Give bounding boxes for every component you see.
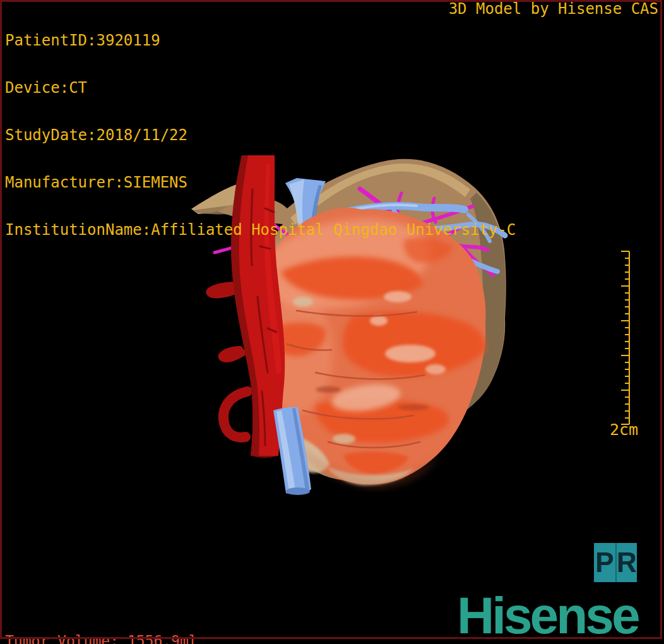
study-date-line: StudyDate:2018/11/22 — [5, 128, 516, 143]
hisense-logo: Hisense — [457, 590, 638, 641]
institution-line: InstitutionName:Affiliated Hospital Qing… — [5, 222, 516, 238]
device-line: Device:CT — [5, 80, 516, 96]
manufacturer-line: Manufacturer:SIEMENS — [5, 175, 516, 191]
patient-id-line: PatientID:3920119 — [5, 33, 516, 49]
scene-title: 3D Model by Hisense CAS — [449, 1, 658, 17]
orientation-marker[interactable]: P R — [594, 543, 637, 582]
scale-ruler — [606, 247, 644, 439]
tumor-volume-line: Tumor Volume: 1556.9ml — [5, 633, 198, 644]
ruler-major-ticks — [621, 251, 629, 424]
patient-info: PatientID:3920119 Device:CT StudyDate:20… — [5, 1, 516, 254]
volume-readouts: Tumor Volume: 1556.9ml Liver Volume: 277… — [5, 600, 198, 644]
ruler-minor-ticks — [625, 258, 629, 418]
orientation-letter-p: P — [594, 543, 615, 582]
tumor-volume-value: 1556.9ml — [127, 633, 198, 644]
orientation-letter-r: R — [615, 543, 637, 582]
scale-ruler-label: 2cm — [610, 420, 638, 439]
tumor-volume-label: Tumor Volume: — [5, 633, 119, 644]
